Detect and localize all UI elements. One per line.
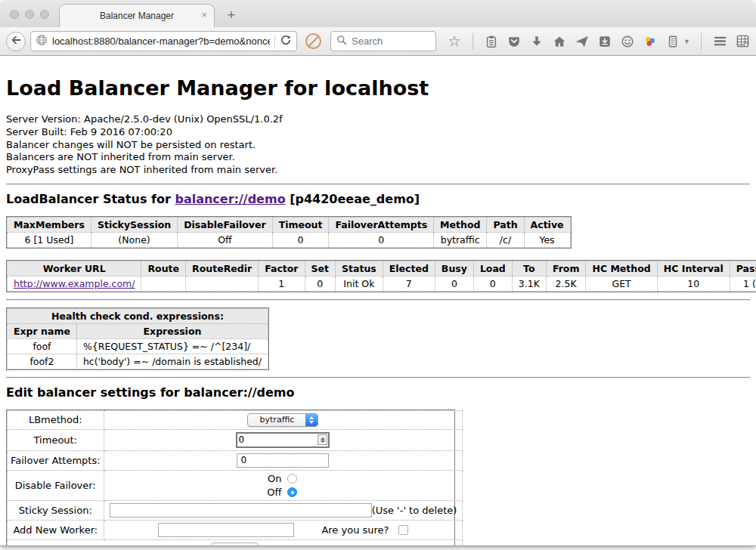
globe-icon	[36, 34, 48, 49]
table-header-row: MaxMembers StickySession DisableFailover…	[8, 217, 571, 232]
sticky-session-label: Sticky Session:	[8, 500, 104, 520]
server-built-line: Server Built: Feb 9 2016 07:00:20	[6, 126, 750, 139]
tab-close-icon[interactable]: ×	[201, 10, 207, 20]
submit-button[interactable]: Submit	[211, 542, 259, 545]
navigation-toolbar: localhost:8880/balancer-manager?b=demo&n…	[0, 27, 756, 56]
failover-attempts-input[interactable]	[237, 453, 329, 468]
sticky-session-row: Sticky Session: (Use '-' to delete)	[8, 500, 463, 520]
add-worker-row: Add New Worker: Are you sure?	[8, 520, 463, 539]
feedback-smiley-icon[interactable]	[620, 34, 635, 49]
sticky-session-note: (Use '-' to delete)	[372, 505, 457, 516]
confirm-checkbox[interactable]	[398, 525, 408, 535]
table-header-row: Worker URL Route RouteRedir Factor Set S…	[8, 261, 756, 276]
disable-failover-label: Disable Failover:	[8, 470, 104, 500]
status-heading: LoadBalancer Status for balancer://demo …	[6, 192, 750, 206]
failover-attempts-row: Failover Attempts:	[8, 450, 463, 470]
menu-hamburger-icon[interactable]	[712, 34, 727, 49]
search-bar[interactable]	[330, 31, 436, 51]
reload-button[interactable]	[280, 34, 292, 49]
toolbar-separator	[472, 33, 473, 50]
add-worker-input[interactable]	[158, 523, 294, 537]
balancer-status-table: MaxMembers StickySession DisableFailover…	[6, 216, 572, 249]
timeout-input[interactable]	[238, 434, 318, 445]
tab-title: Balancer Manager	[100, 11, 174, 21]
lbmethod-label: LBmethod:	[8, 410, 104, 429]
lbmethod-select[interactable]: bytraffic	[247, 413, 318, 427]
tab-balancer-manager[interactable]: Balancer Manager ×	[59, 4, 215, 27]
back-icon	[10, 34, 22, 49]
edit-settings-heading: Edit balancer settings for balancer://de…	[6, 385, 750, 400]
back-button[interactable]	[6, 32, 26, 51]
server-version-line: Server Version: Apache/2.5.0-dev (Unix) …	[6, 113, 750, 126]
browser-window: Balancer Manager × + localhost:8880/bala…	[0, 0, 756, 545]
toolbar-icons: ☆	[447, 33, 750, 50]
downloads-icon[interactable]	[529, 34, 544, 49]
send-tab-icon[interactable]	[575, 34, 590, 49]
table-row: foof2 hc('body') =~ /domain is establish…	[8, 354, 268, 369]
on-label: On	[268, 473, 281, 484]
persist-warning-line: Balancer changes will NOT be persisted o…	[6, 139, 750, 152]
timeout-label: Timeout:	[8, 429, 104, 450]
search-icon	[336, 35, 347, 48]
number-spinner-icon[interactable]	[318, 434, 327, 445]
lbmethod-row: LBmethod: bytraffic	[8, 410, 463, 429]
add-worker-label: Add New Worker:	[8, 520, 104, 539]
page-title: Load Balancer Manager for localhost	[6, 76, 750, 100]
home-icon[interactable]	[552, 34, 567, 49]
search-input[interactable]	[352, 36, 427, 47]
settings-form: LBmethod: bytraffic Timeout:	[6, 409, 455, 545]
disable-failover-on-radio[interactable]	[287, 474, 297, 484]
section-divider	[6, 377, 750, 379]
timeout-input-wrapper	[236, 432, 330, 448]
health-check-table: Health check cond. expressions: Expr nam…	[6, 307, 269, 370]
confirm-label: Are you sure?	[321, 524, 389, 536]
inherit-warning-line: Balancers are NOT inherited from main se…	[6, 151, 750, 164]
bookmark-star-icon[interactable]: ☆	[447, 34, 462, 49]
proxypass-warning-line: ProxyPass settings are NOT inherited fro…	[6, 164, 750, 177]
worker-table: Worker URL Route RouteRedir Factor Set S…	[6, 260, 756, 292]
pocket-icon[interactable]	[507, 34, 522, 49]
url-separator	[274, 35, 275, 48]
color-dots-extension-icon[interactable]	[643, 34, 658, 49]
url-bar[interactable]: localhost:8880/balancer-manager?b=demo&n…	[30, 31, 297, 51]
new-tab-button[interactable]: +	[222, 6, 240, 24]
table-row: foof %{REQUEST_STATUS} =~ /^[234]/	[8, 338, 268, 354]
worker-url-link[interactable]: http://www.example.com/	[14, 278, 135, 289]
notes-extension-icon[interactable]	[665, 34, 680, 49]
submit-row: Submit	[8, 539, 463, 545]
chevron-down-icon[interactable]: ▼	[683, 38, 690, 45]
section-divider	[6, 184, 750, 185]
disable-failover-row: Disable Failover: On Off	[8, 470, 463, 500]
table-row: 6 [1 Used] (None) Off 0 0 bytraffic /c/ …	[8, 232, 571, 247]
off-label: Off	[267, 487, 281, 498]
content-blocked-icon[interactable]	[305, 33, 321, 49]
clipboard-icon[interactable]	[484, 34, 499, 49]
save-to-device-icon[interactable]	[597, 34, 612, 49]
table-title-row: Health check cond. expressions:	[8, 308, 268, 323]
close-window-button[interactable]	[10, 10, 19, 19]
timeout-row: Timeout:	[8, 429, 463, 450]
failover-attempts-label: Failover Attempts:	[8, 450, 104, 470]
page-content: Load Balancer Manager for localhost Serv…	[0, 57, 756, 545]
window-controls	[10, 10, 49, 19]
section-divider	[6, 299, 750, 301]
sticky-session-input[interactable]	[110, 503, 372, 518]
server-info: Server Version: Apache/2.5.0-dev (Unix) …	[6, 113, 750, 177]
select-stepper-icon	[305, 414, 318, 426]
tab-bar: Balancer Manager × +	[0, 0, 756, 27]
table-row: http://www.example.com/ 1 0 Init Ok 7 0 …	[8, 276, 756, 291]
minimize-window-button[interactable]	[25, 10, 34, 19]
toolbar-separator	[701, 33, 702, 50]
table-header-row: Expr name Expression	[8, 323, 268, 338]
balancer-demo-link[interactable]: balancer://demo	[175, 192, 285, 206]
disable-failover-off-radio[interactable]	[287, 487, 297, 497]
url-text: localhost:8880/balancer-manager?b=demo&n…	[52, 36, 270, 47]
tile-grid-icon[interactable]	[735, 34, 750, 49]
zoom-window-button[interactable]	[40, 10, 49, 19]
